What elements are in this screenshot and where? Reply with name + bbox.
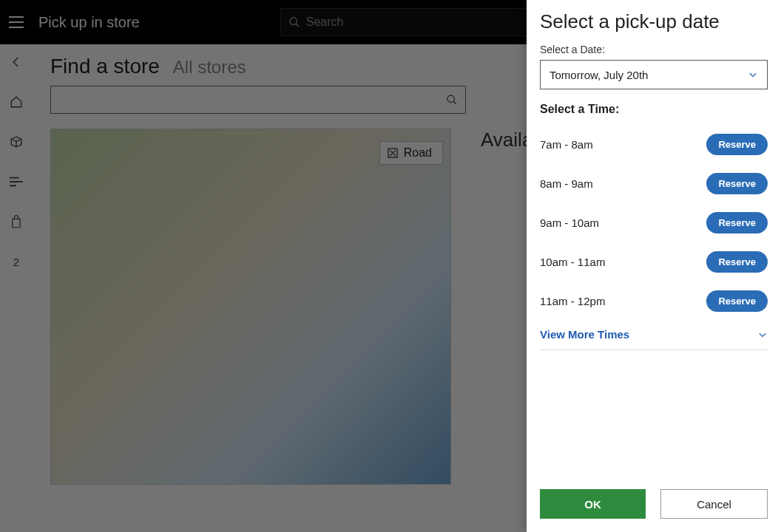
reserve-button[interactable]: Reserve bbox=[706, 173, 768, 194]
cancel-button[interactable]: Cancel bbox=[660, 489, 768, 519]
time-slot: 11am - 12pmReserve bbox=[540, 282, 768, 321]
pickup-date-panel: Select a pick-up date Select a Date: Tom… bbox=[527, 0, 781, 532]
reserve-button[interactable]: Reserve bbox=[706, 134, 768, 155]
reserve-button[interactable]: Reserve bbox=[706, 290, 768, 312]
date-field-label: Select a Date: bbox=[540, 44, 768, 55]
time-slot: 9am - 10amReserve bbox=[540, 203, 768, 242]
reserve-button[interactable]: Reserve bbox=[706, 212, 768, 233]
time-slot: 8am - 9amReserve bbox=[540, 164, 768, 203]
view-more-times[interactable]: View More Times bbox=[540, 321, 768, 350]
panel-title: Select a pick-up date bbox=[540, 10, 768, 33]
time-slot-label: 10am - 11am bbox=[540, 256, 605, 268]
time-slot-label: 9am - 10am bbox=[540, 216, 599, 229]
time-field-label: Select a Time: bbox=[540, 103, 768, 116]
time-slot: 7am - 8amReserve bbox=[540, 125, 768, 164]
chevron-down-icon bbox=[748, 69, 758, 80]
time-slot-label: 7am - 8am bbox=[540, 138, 593, 151]
view-more-label: View More Times bbox=[540, 328, 629, 341]
time-slot-label: 11am - 12pm bbox=[540, 295, 605, 307]
time-slot: 10am - 11amReserve bbox=[540, 242, 768, 282]
ok-button[interactable]: OK bbox=[540, 489, 646, 519]
date-select-value: Tomorrow, July 20th bbox=[550, 69, 648, 81]
time-slot-label: 8am - 9am bbox=[540, 177, 593, 190]
reserve-button[interactable]: Reserve bbox=[706, 251, 768, 273]
chevron-down-icon bbox=[757, 330, 768, 340]
date-select[interactable]: Tomorrow, July 20th bbox=[540, 60, 768, 89]
